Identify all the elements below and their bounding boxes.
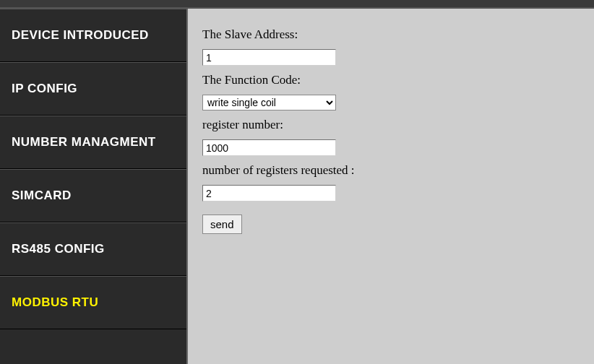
- num-registers-input[interactable]: [202, 185, 336, 202]
- content-panel: The Slave Address: The Function Code: wr…: [186, 9, 594, 364]
- top-bar: [0, 0, 594, 9]
- num-registers-label: number of registers requested :: [202, 163, 580, 178]
- function-code-select[interactable]: write single coil: [202, 95, 336, 110]
- sidebar-item-ip-config[interactable]: IP CONFIG: [0, 62, 186, 116]
- sidebar: DEVICE INTRODUCED IP CONFIG NUMBER MANAG…: [0, 9, 186, 364]
- sidebar-item-rs485-config[interactable]: RS485 CONFIG: [0, 222, 186, 276]
- register-number-input[interactable]: [202, 139, 336, 156]
- function-code-label: The Function Code:: [202, 73, 580, 87]
- sidebar-item-device-introduced[interactable]: DEVICE INTRODUCED: [0, 9, 186, 62]
- register-number-label: register number:: [202, 118, 580, 132]
- slave-address-label: The Slave Address:: [202, 27, 580, 42]
- main-container: DEVICE INTRODUCED IP CONFIG NUMBER MANAG…: [0, 9, 594, 364]
- sidebar-item-simcard[interactable]: SIMCARD: [0, 169, 186, 222]
- sidebar-item-number-managment[interactable]: NUMBER MANAGMENT: [0, 116, 186, 169]
- slave-address-input[interactable]: [202, 49, 336, 66]
- send-button[interactable]: send: [202, 214, 242, 234]
- sidebar-item-modbus-rtu[interactable]: MODBUS RTU: [0, 276, 186, 329]
